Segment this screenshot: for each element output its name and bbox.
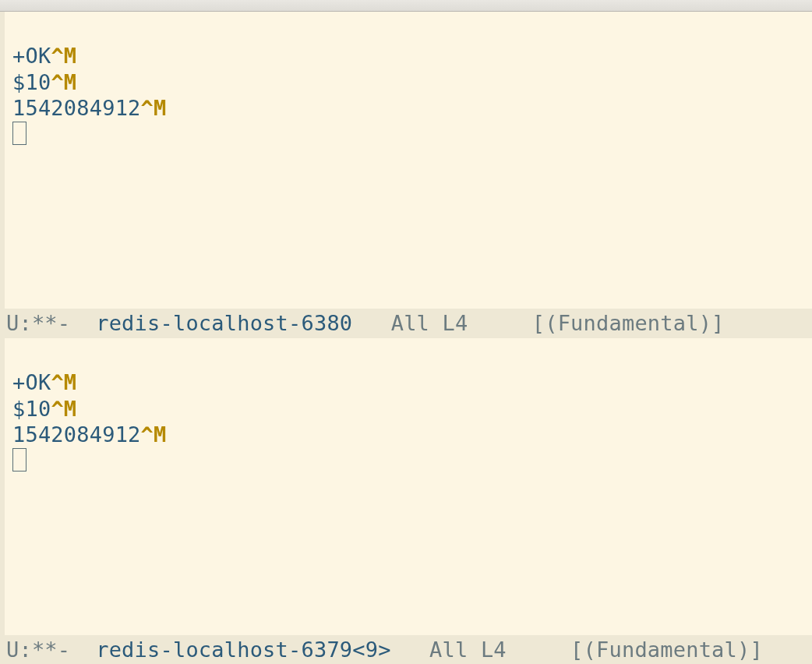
buffer-content: +OK^M $10^M 1542084912^M: [12, 343, 812, 501]
modeline[interactable]: U:**- redis-localhost-6379<9> All L4 [(F…: [0, 635, 812, 664]
editor-split: +OK^M $10^M 1542084912^M U:**- redis-loc…: [0, 12, 812, 664]
cursor: [12, 122, 26, 145]
modeline-position: All L4 [(Fundamental)]: [352, 310, 724, 337]
text-segment: $10: [12, 397, 51, 421]
fringe: [0, 338, 5, 635]
fringe: [0, 12, 5, 309]
modeline-status: U:**-: [6, 637, 96, 663]
text-segment: +OK: [12, 370, 51, 394]
text-segment: 1542084912: [12, 96, 141, 120]
editor-pane: +OK^M $10^M 1542084912^M U:**- redis-loc…: [0, 12, 812, 338]
modeline[interactable]: U:**- redis-localhost-6380 All L4 [(Fund…: [0, 309, 812, 338]
control-char: ^M: [51, 370, 76, 394]
control-char: ^M: [51, 397, 76, 421]
modeline-buffer-name: redis-localhost-6379<9>: [96, 637, 390, 663]
modeline-buffer-name: redis-localhost-6380: [96, 310, 352, 337]
modeline-status: U:**-: [6, 310, 96, 337]
buffer-area[interactable]: +OK^M $10^M 1542084912^M: [0, 338, 812, 635]
window-titlebar: [0, 0, 812, 12]
text-segment: +OK: [12, 44, 51, 68]
modeline-position: All L4 [(Fundamental)]: [391, 637, 763, 663]
control-char: ^M: [141, 422, 167, 447]
buffer-area[interactable]: +OK^M $10^M 1542084912^M: [0, 12, 812, 309]
text-segment: $10: [12, 70, 51, 94]
control-char: ^M: [51, 70, 76, 94]
text-segment: 1542084912: [12, 422, 141, 447]
cursor: [12, 448, 26, 472]
control-char: ^M: [51, 44, 76, 68]
control-char: ^M: [141, 96, 167, 120]
buffer-content: +OK^M $10^M 1542084912^M: [12, 16, 812, 175]
editor-pane: +OK^M $10^M 1542084912^M U:**- redis-loc…: [0, 338, 812, 664]
